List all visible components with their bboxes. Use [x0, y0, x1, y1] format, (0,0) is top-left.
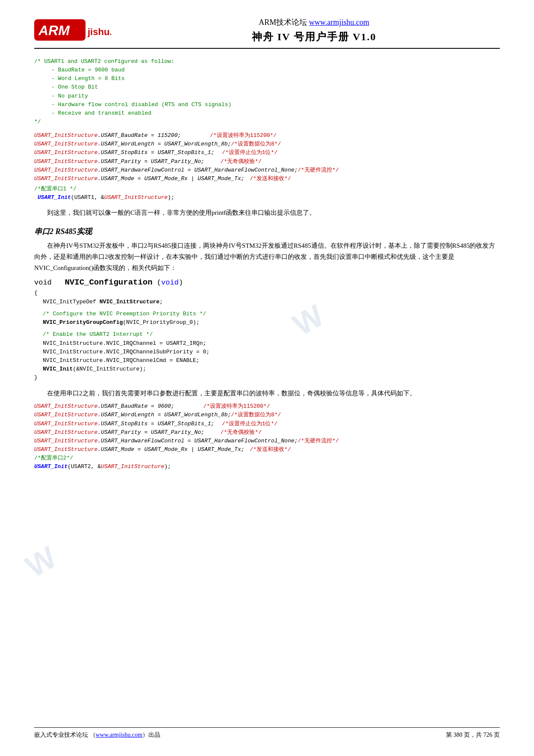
code-comment-close: */: [34, 118, 500, 126]
func-name: NVIC_Configuration: [65, 278, 152, 287]
code-block-1: /* USART1 and USART2 configured as follo…: [34, 57, 500, 126]
usart-line3: USART_InitStructure.USART_StopBits = USA…: [34, 148, 500, 157]
svg-text:ARM: ARM: [38, 23, 70, 38]
cs2-line8: USART_Init(USART2, &USART_InitStructure)…: [34, 462, 500, 471]
nvic-comment1: /* Configure the NVIC Preemption Priorit…: [43, 310, 500, 318]
page: W W ARM jishu.com ARM技术论坛 www.armjishu.c…: [0, 0, 534, 756]
usart-line2: USART_InitStructure.USART_WordLength = U…: [34, 140, 500, 148]
paragraph3: 在使用串口2之前，我们首先需要对串口参数进行配置，主要是配置串口的波特率，数据位…: [34, 388, 500, 399]
cs2-line1: USART_InitStructure.USART_BaudRate = 960…: [34, 402, 500, 411]
nvic-comment2: /* Enable the USART2 Interrupt */: [43, 330, 500, 339]
func-signature: void NVIC_Configuration (void): [34, 278, 500, 287]
code-comment-line6: - Hardware flow control disabled (RTS an…: [51, 101, 500, 109]
nvic-code-block: { NVIC_InitTypeDef NVIC_InitStructure; /…: [34, 289, 500, 382]
cs2-line7: /*配置串口2*/: [34, 454, 500, 462]
paragraph1: 到这里，我们就可以像一般的C语言一样，非常方便的使用printf函数来往串口输出…: [34, 207, 500, 218]
code-comment-line1: /* USART1 and USART2 configured as follo…: [34, 57, 500, 66]
code-block-2: USART_InitStructure.USART_BaudRate = 960…: [34, 402, 500, 471]
nvic-line2: NVIC_PriorityGroupConfig(NVIC_PriorityGr…: [43, 318, 500, 327]
usart-line6: USART_InitStructure.USART_Mode = USART_M…: [34, 175, 500, 183]
cs2-line4: USART_InitStructure.USART_Parity = USART…: [34, 428, 500, 437]
nvic-line4: NVIC_InitStructure.NVIC_IRQChannelSubPri…: [43, 348, 500, 356]
cs2-line5: USART_InitStructure.USART_HardwareFlowCo…: [34, 437, 500, 445]
usart-line1: USART_InitStructure.USART_BaudRate = 115…: [34, 131, 500, 140]
logo-area: ARM jishu.com: [34, 17, 111, 43]
footer: 嵌入式专业技术论坛 （www.armjishu.com）出品 第 380 页，共…: [34, 727, 500, 739]
watermark2: W: [20, 540, 62, 584]
usart-line4: USART_InitStructure.USART_Parity = USART…: [34, 157, 500, 166]
forum-name-text: ARM技术论坛: [259, 18, 307, 27]
usart-init-call: USART_Init(USART1, &USART_InitStructure)…: [34, 193, 500, 202]
close-brace: }: [34, 374, 500, 382]
nvic-line3: NVIC_InitStructure.NVIC_IRQChannel = USA…: [43, 339, 500, 348]
config-comment-1: /*配置串口1 */: [34, 185, 500, 193]
footer-url[interactable]: www.armjishu.com: [96, 732, 143, 738]
code-block-usart-init: USART_InitStructure.USART_BaudRate = 115…: [34, 131, 500, 202]
footer-page-info: 第 380 页，共 726 页: [446, 731, 500, 739]
nvic-line5: NVIC_InitStructure.NVIC_IRQChannelCmd = …: [43, 356, 500, 365]
nvic-line6: NVIC_Init(&NVIC_InitStructure);: [43, 365, 500, 374]
arm-logo: ARM jishu.com: [34, 17, 111, 43]
code-comment-line3: - Word Length = 8 Bits: [51, 74, 500, 83]
footer-right-text: ）出品: [142, 732, 160, 738]
func-param: void: [161, 279, 179, 287]
nvic-line1: NVIC_InitTypeDef NVIC_InitStructure;: [43, 298, 500, 306]
forum-url-link[interactable]: www.armjishu.com: [309, 18, 369, 27]
code-comment-line5: - No parity: [51, 92, 500, 101]
code-comment-line4: - One Stop Bit: [51, 83, 500, 92]
paragraph2: 在神舟IV号STM32开发板中，串口2与RS485接口连接，两块神舟IV号STM…: [34, 240, 500, 274]
footer-left-text: 嵌入式专业技术论坛 （: [34, 732, 96, 738]
footer-left: 嵌入式专业技术论坛 （www.armjishu.com）出品: [34, 731, 160, 739]
forum-title: ARM技术论坛 www.armjishu.com: [128, 17, 500, 27]
cs2-line3: USART_InitStructure.USART_StopBits = USA…: [34, 420, 500, 428]
svg-text:jishu.com: jishu.com: [87, 27, 111, 37]
usart-line5: USART_InitStructure.USART_HardwareFlowCo…: [34, 166, 500, 175]
open-brace: {: [34, 289, 500, 298]
cs2-line2: USART_InitStructure.USART_WordLength = U…: [34, 411, 500, 419]
manual-title: 神舟 IV 号用户手册 V1.0: [128, 30, 500, 44]
code-comment-line2: - BaudRate = 9600 baud: [51, 66, 500, 74]
section2-heading: 串口2 RS485实现: [34, 226, 500, 237]
func-void-kw: void: [34, 279, 52, 287]
cs2-line6: USART_InitStructure.USART_Mode = USART_M…: [34, 445, 500, 454]
header: ARM jishu.com ARM技术论坛 www.armjishu.com 神…: [34, 17, 500, 44]
code-comment-line7: - Receive and transmit enabled: [51, 109, 500, 118]
header-right: ARM技术论坛 www.armjishu.com 神舟 IV 号用户手册 V1.…: [128, 17, 500, 44]
header-divider: [34, 48, 500, 49]
